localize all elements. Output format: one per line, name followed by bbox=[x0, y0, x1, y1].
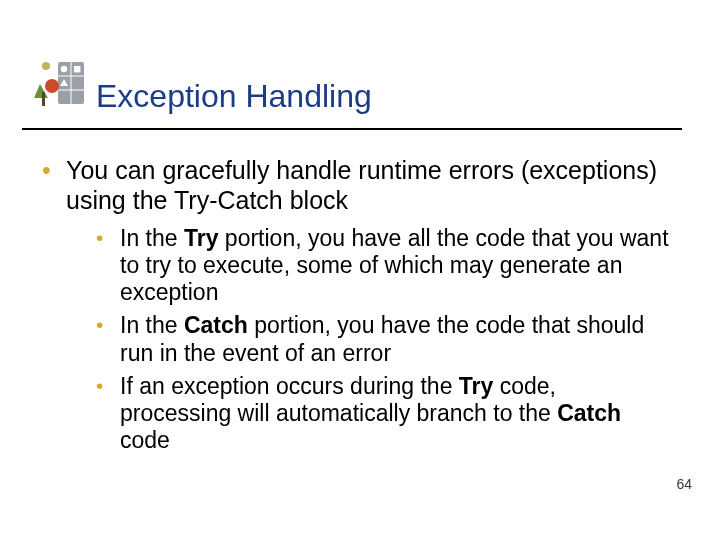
slide-logo bbox=[34, 56, 88, 110]
bullet-main: You can gracefully handle runtime errors… bbox=[40, 156, 670, 454]
bullet-list-level1: You can gracefully handle runtime errors… bbox=[40, 156, 670, 454]
slide: Exception Handling You can gracefully ha… bbox=[0, 0, 720, 540]
text: In the bbox=[120, 312, 184, 338]
svg-rect-6 bbox=[74, 66, 80, 72]
title-underline bbox=[22, 128, 682, 130]
bold: Catch bbox=[557, 400, 621, 426]
bold: Try bbox=[184, 225, 219, 251]
text: code bbox=[120, 427, 170, 453]
svg-rect-10 bbox=[42, 92, 45, 106]
svg-point-0 bbox=[42, 62, 50, 70]
bullet-sub-3: If an exception occurs during the Try co… bbox=[96, 373, 670, 454]
logo-graphic bbox=[34, 56, 88, 110]
bullet-list-level2: In the Try portion, you have all the cod… bbox=[66, 225, 670, 454]
bullet-sub-1: In the Try portion, you have all the cod… bbox=[96, 225, 670, 306]
bullet-sub-2: In the Catch portion, you have the code … bbox=[96, 312, 670, 366]
bold: Try bbox=[459, 373, 494, 399]
svg-point-8 bbox=[45, 79, 59, 93]
bullet-main-text: You can gracefully handle runtime errors… bbox=[66, 156, 657, 214]
page-number: 64 bbox=[676, 476, 692, 492]
text: In the bbox=[120, 225, 184, 251]
text: If an exception occurs during the bbox=[120, 373, 459, 399]
slide-body: You can gracefully handle runtime errors… bbox=[40, 156, 670, 462]
bold: Catch bbox=[184, 312, 248, 338]
slide-title: Exception Handling bbox=[96, 78, 372, 115]
svg-point-5 bbox=[61, 66, 67, 72]
